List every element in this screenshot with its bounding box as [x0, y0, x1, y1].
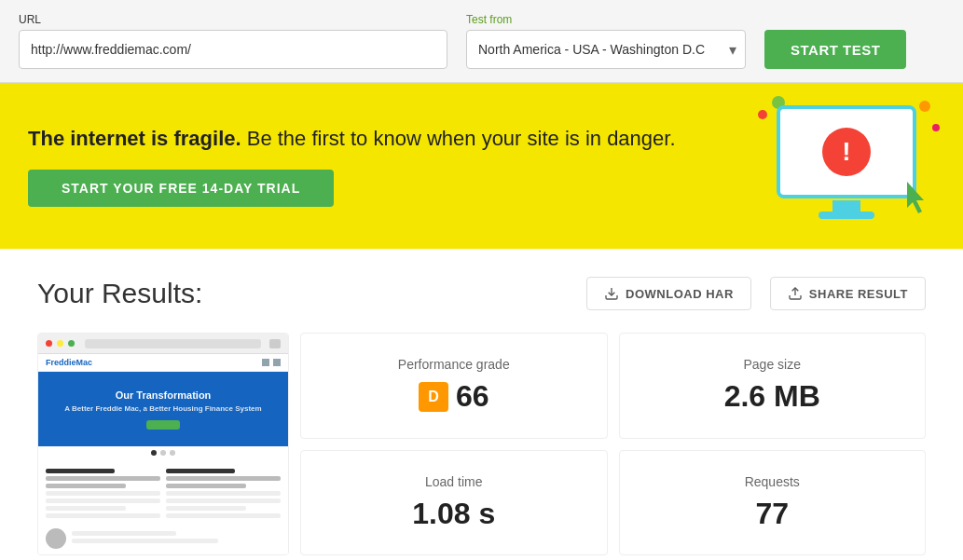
preview-dot-green [68, 340, 75, 347]
preview-url-bar [85, 339, 261, 348]
share-icon [788, 286, 803, 301]
requests-label: Requests [745, 474, 800, 489]
preview-col-2 [166, 469, 281, 521]
preview-text-2e [166, 506, 246, 511]
url-input[interactable] [19, 30, 447, 69]
location-select-wrapper: North America - USA - Washington D.C Eur… [466, 30, 746, 69]
banner-bold-text: The internet is fragile. [28, 127, 241, 150]
requests-card: Requests 77 [619, 450, 927, 556]
load-time-value: 1.08 s [412, 497, 495, 531]
banner-illustration: ! [749, 105, 935, 226]
start-test-button[interactable]: START TEST [764, 30, 906, 69]
deco-dot-4 [932, 124, 940, 131]
share-result-label: SHARE RESULT [809, 287, 908, 301]
cursor-icon [903, 182, 931, 215]
monitor-base [819, 212, 874, 219]
preview-avatar-text [72, 531, 281, 546]
deco-dot-3 [919, 101, 930, 112]
location-select[interactable]: North America - USA - Washington D.C Eur… [466, 30, 746, 69]
preview-desc-line [72, 539, 218, 543]
svg-marker-0 [907, 182, 924, 213]
preview-pagination [38, 450, 288, 456]
site-preview: FreddieMac Our Transformation A Better F… [38, 334, 288, 554]
page-size-value: 2.6 MB [724, 379, 820, 414]
preview-menu-icon [269, 339, 281, 348]
banner-plain-text: Be the first to know when your site is i… [247, 127, 676, 150]
preview-col-1 [46, 469, 160, 521]
preview-hero-text: Our Transformation [116, 389, 212, 401]
banner-text: The internet is fragile. Be the first to… [28, 125, 749, 154]
performance-grade-card: Performance grade D 66 [300, 333, 608, 439]
preview-name-line [72, 531, 176, 536]
preview-icon-sq-2 [273, 359, 281, 366]
download-har-label: DOWNLOAD HAR [626, 287, 734, 301]
header-bar: URL Test from North America - USA - Wash… [0, 0, 963, 83]
preview-text-1b [46, 484, 126, 488]
pdot-2 [160, 450, 166, 456]
preview-logo-icons [262, 359, 281, 366]
results-section: Your Results: DOWNLOAD HAR SHARE RESULT [0, 249, 963, 560]
grade-badge: D [419, 382, 448, 412]
share-result-button[interactable]: SHARE RESULT [770, 277, 926, 310]
page-size-card: Page size 2.6 MB [619, 333, 927, 439]
preview-logo-text: FreddieMac [46, 358, 92, 367]
performance-grade-value: D 66 [419, 379, 489, 414]
preview-text-1c [46, 491, 160, 496]
load-time-card: Load time 1.08 s [300, 450, 608, 556]
page-size-label: Page size [744, 357, 801, 372]
preview-text-2d [166, 499, 281, 503]
preview-headline-1 [46, 469, 115, 473]
preview-text-2f [166, 513, 281, 518]
deco-dot-2 [758, 110, 767, 119]
results-header: Your Results: DOWNLOAD HAR SHARE RESULT [37, 277, 926, 310]
preview-avatar-row [46, 528, 281, 549]
download-har-button[interactable]: DOWNLOAD HAR [586, 277, 751, 310]
banner-content: The internet is fragile. Be the first to… [28, 125, 749, 208]
monitor-illustration: ! [767, 105, 935, 226]
pdot-3 [170, 450, 175, 456]
results-title: Your Results: [37, 278, 568, 309]
preview-text-2b [166, 484, 246, 488]
performance-score: 66 [456, 379, 489, 414]
preview-avatar [46, 528, 66, 549]
preview-hero: Our Transformation A Better Freddie Mac,… [38, 372, 288, 446]
preview-body-content [38, 459, 288, 554]
preview-text-1d [46, 499, 160, 503]
site-preview-card: FreddieMac Our Transformation A Better F… [37, 333, 289, 555]
free-trial-button[interactable]: START YOUR FREE 14-DAY TRIAL [28, 170, 334, 207]
url-field-group: URL [19, 13, 447, 69]
preview-content-row [46, 469, 281, 521]
preview-text-1a [46, 476, 160, 481]
preview-cta-btn [146, 420, 180, 430]
location-field-group: Test from North America - USA - Washingt… [466, 13, 746, 69]
preview-dot-yellow [57, 340, 63, 347]
promo-banner: The internet is fragile. Be the first to… [0, 83, 963, 249]
monitor-body: ! [777, 105, 916, 198]
preview-hero-sub: A Better Freddie Mac, a Better Housing F… [64, 404, 261, 413]
preview-browser-bar [38, 334, 288, 354]
preview-text-1f [46, 513, 160, 518]
results-cards-grid: FreddieMac Our Transformation A Better F… [37, 333, 926, 555]
download-icon [604, 286, 619, 301]
load-time-label: Load time [425, 474, 482, 489]
preview-headline-2 [166, 469, 235, 473]
preview-text-2a [166, 476, 281, 481]
preview-text-2c [166, 491, 281, 496]
preview-text-1e [46, 506, 126, 511]
performance-grade-label: Performance grade [398, 357, 510, 372]
pdot-1 [151, 450, 157, 456]
url-label: URL [19, 13, 447, 26]
preview-logo-bar: FreddieMac [38, 354, 288, 372]
requests-value: 77 [755, 497, 789, 531]
alert-circle: ! [822, 128, 871, 176]
preview-icon-sq-1 [262, 359, 269, 366]
location-label: Test from [466, 13, 746, 26]
preview-dot-red [46, 340, 52, 347]
